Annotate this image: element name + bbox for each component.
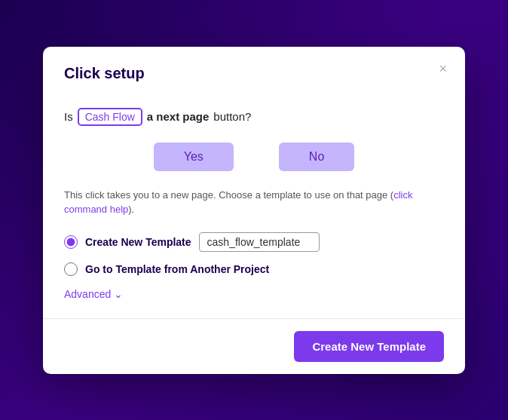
- advanced-toggle[interactable]: Advanced ⌄: [64, 288, 123, 300]
- modal-footer: Create New Template: [43, 318, 465, 374]
- goto-template-radio[interactable]: [64, 262, 78, 276]
- chevron-down-icon: ⌄: [114, 288, 123, 300]
- yes-button[interactable]: Yes: [154, 143, 234, 171]
- modal-body: Is Cash Flow a next page button? Yes No …: [43, 96, 465, 318]
- goto-template-label: Go to Template from Another Project: [85, 263, 269, 275]
- close-button[interactable]: ×: [439, 62, 447, 75]
- option-row-create: Create New Template: [64, 232, 444, 252]
- modal-header: Click setup ×: [43, 47, 465, 96]
- cash-flow-badge: Cash Flow: [78, 108, 142, 126]
- yes-no-row: Yes No: [64, 143, 444, 171]
- question-suffix: button?: [213, 110, 251, 123]
- question-line: Is Cash Flow a next page button?: [64, 108, 444, 126]
- create-template-label: Create New Template: [85, 236, 191, 248]
- question-prefix: Is: [64, 110, 73, 123]
- option-row-goto: Go to Template from Another Project: [64, 262, 444, 276]
- no-button[interactable]: No: [279, 143, 354, 171]
- options-area: Create New Template Go to Template from …: [64, 232, 444, 276]
- template-name-input[interactable]: [199, 232, 320, 252]
- info-text: This click takes you to a new page. Choo…: [64, 188, 444, 217]
- create-new-template-button[interactable]: Create New Template: [294, 331, 444, 362]
- modal-title: Click setup: [64, 65, 145, 81]
- click-setup-modal: Click setup × Is Cash Flow a next page b…: [43, 47, 465, 374]
- question-suffix-bold: a next page: [147, 110, 210, 123]
- create-template-radio[interactable]: [64, 235, 78, 249]
